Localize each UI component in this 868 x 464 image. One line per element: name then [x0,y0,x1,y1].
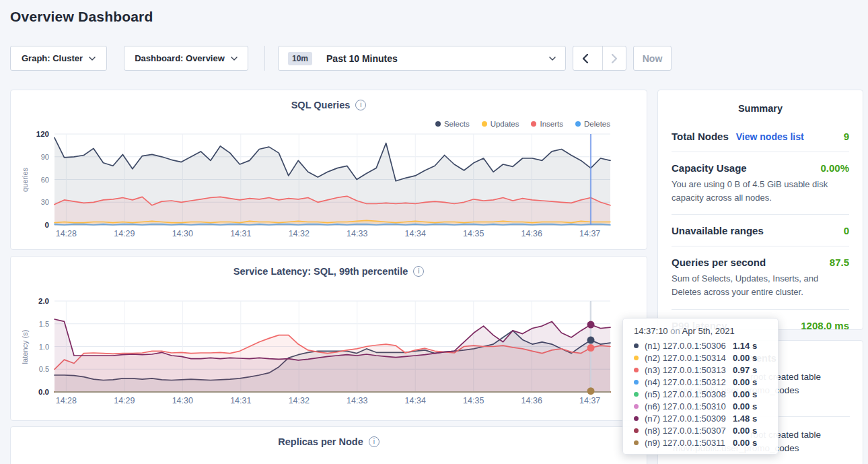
tooltip-node-value: 0.00 s [733,401,757,411]
capacity-usage-label: Capacity Usage [672,162,747,174]
x-axis-tick-label: 14:31 [221,396,261,405]
tooltip-node-row: (n4) 127.0.0.1:503120.00 s [634,376,767,388]
node-color-dot-icon [634,343,639,348]
info-icon[interactable]: i [369,436,379,447]
node-color-dot-icon [634,380,639,385]
y-axis-title: queries [21,167,29,191]
x-axis-tick-label: 14:33 [337,396,377,405]
x-axis-tick-label: 14:36 [511,396,552,405]
node-color-dot-icon [634,392,639,397]
x-axis-tick-label: 14:35 [454,396,494,405]
tooltip-node-value: 0.00 s [733,353,757,363]
chevron-right-icon [612,54,618,63]
x-axis-tick-label: 14:33 [337,229,377,238]
view-nodes-list-link[interactable]: View nodes list [736,131,804,142]
tooltip-node-row: (n1) 127.0.0.1:503061.14 s [634,339,767,352]
qps-description: Sum of Selects, Updates, Inserts, and De… [672,272,849,299]
x-axis-tick-label: 14:37 [570,396,610,405]
y-axis-title: latency (s) [21,329,29,364]
now-button[interactable]: Now [633,46,672,71]
dashboard-dropdown-label: Dashboard: Overview [135,53,225,63]
node-color-dot-icon [634,404,639,409]
toolbar-divider [264,46,265,71]
tooltip-node-address: (n4) 127.0.0.1:50312 [645,377,733,387]
p99-latency-value: 1208.0 ms [801,320,849,331]
chevron-down-icon [549,57,556,61]
time-range-badge: 10m [288,52,312,65]
summary-heading: Summary [672,90,849,121]
tooltip-node-address: (n3) 127.0.0.1:50313 [645,365,733,375]
y-axis-tick-label: 0 [24,221,49,229]
tooltip-node-value: 0.00 s [733,426,757,436]
page-title: Overview Dashboard [10,9,153,25]
x-axis-tick-label: 14:32 [279,396,319,405]
tooltip-node-value: 0.00 s [733,389,757,399]
x-axis-tick-label: 14:30 [162,229,203,238]
time-range-label: Past 10 Minutes [326,53,543,64]
unavailable-ranges-value: 0 [844,225,849,236]
tooltip-node-value: 1.14 s [733,341,757,351]
chevron-down-icon [89,57,96,61]
tooltip-node-row: (n5) 127.0.0.1:503080.00 s [634,388,767,400]
y-axis-tick-label: 30 [24,198,49,206]
node-color-dot-icon [634,440,639,445]
tooltip-node-row: (n7) 127.0.0.1:503091.48 s [634,412,767,424]
tooltip-node-row: (n3) 127.0.0.1:503130.97 s [634,364,767,376]
x-axis-tick-label: 14:36 [511,229,552,238]
time-range-dropdown[interactable]: 10m Past 10 Minutes [278,46,566,71]
y-axis-tick-label: 0.5 [24,365,49,373]
tooltip-node-address: (n7) 127.0.0.1:50309 [645,413,733,424]
service-latency-panel: Service Latency: SQL, 99th percentile i … [10,256,647,421]
service-latency-chart[interactable]: 0.00.51.01.52.014:2814:2914:3014:3114:32… [11,257,647,420]
time-next-button[interactable] [602,46,626,70]
unavailable-ranges-label: Unavailable ranges [672,225,764,236]
y-axis-tick-label: 1.5 [24,320,49,328]
summary-row-unavailable-ranges: Unavailable ranges 0 [672,215,849,246]
node-color-dot-icon [634,428,639,433]
x-axis-tick-label: 14:28 [46,229,86,238]
x-axis-tick-label: 14:28 [46,396,86,405]
tooltip-node-value: 0.00 s [733,438,757,448]
x-axis-tick-label: 14:34 [395,229,435,238]
summary-row-capacity: Capacity Usage 0.00% You are using 0 B o… [672,152,849,215]
y-axis-tick-label: 120 [24,130,49,138]
time-nav-group [573,46,626,71]
y-axis-tick-label: 2.0 [24,297,49,305]
tooltip-node-value: 0.00 s [733,377,757,387]
time-prev-button[interactable] [573,46,596,70]
tooltip-node-row: (n8) 127.0.0.1:503070.00 s [634,424,767,436]
chevron-left-icon [582,54,588,63]
overview-dashboard-page: Overview Dashboard Graph: Cluster Dashbo… [0,0,868,464]
x-axis-tick-label: 14:30 [162,396,203,405]
qps-value: 87.5 [830,257,849,268]
summary-row-qps: Queries per second 87.5 Sum of Selects, … [672,246,849,309]
tooltip-node-address: (n9) 127.0.0.1:50311 [645,438,733,448]
node-color-dot-icon [634,416,639,421]
tooltip-node-address: (n8) 127.0.0.1:50307 [645,426,733,436]
tooltip-node-value: 1.48 s [733,413,757,424]
chevron-down-icon [231,57,238,61]
x-axis-tick-label: 14:37 [570,229,610,238]
tooltip-node-address: (n6) 127.0.0.1:50310 [645,401,733,411]
tooltip-node-row: (n2) 127.0.0.1:503140.00 s [634,352,767,364]
node-color-dot-icon [634,356,639,360]
y-axis-tick-label: 0.0 [24,388,49,396]
graph-dropdown-label: Graph: Cluster [22,53,83,63]
x-axis-tick-label: 14:29 [104,229,145,238]
tooltip-node-address: (n1) 127.0.0.1:50306 [645,341,733,351]
dashboard-dropdown[interactable]: Dashboard: Overview [124,46,248,71]
y-axis-tick-label: 90 [24,153,49,161]
sql-queries-chart[interactable]: 030609012014:2814:2914:3014:3114:3214:33… [11,90,647,249]
x-axis-tick-label: 14:29 [104,396,145,405]
total-nodes-label: Total Nodes [672,131,729,142]
x-axis-tick-label: 14:35 [454,229,494,238]
tooltip-node-address: (n2) 127.0.0.1:50314 [645,353,733,363]
capacity-usage-description: You are using 0 B of 4.5 GiB usable disk… [672,178,849,205]
chart-hover-tooltip: 14:37:10 on Apr 5th, 2021 (n1) 127.0.0.1… [622,318,779,455]
summary-panel: Summary Total Nodes View nodes list 9 Ca… [657,90,863,330]
tooltip-node-address: (n5) 127.0.0.1:50308 [645,389,733,399]
replicas-per-node-panel: Replicas per Node i [10,426,647,464]
tooltip-node-row: (n9) 127.0.0.1:503110.00 s [634,436,767,449]
graph-dropdown[interactable]: Graph: Cluster [10,46,107,71]
x-axis-tick-label: 14:31 [221,229,261,238]
